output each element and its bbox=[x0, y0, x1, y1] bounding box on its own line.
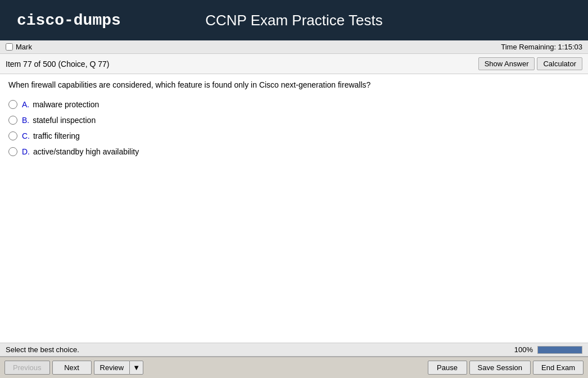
question-text: When firewall capabilities are considere… bbox=[8, 80, 580, 91]
header: cisco-dumps CCNP Exam Practice Tests bbox=[0, 0, 588, 40]
option-text: traffic filtering bbox=[33, 131, 80, 140]
option-letter: C. bbox=[22, 131, 32, 140]
review-button[interactable]: Review bbox=[94, 361, 130, 375]
mark-checkbox-area[interactable]: Mark bbox=[6, 43, 32, 51]
mark-checkbox[interactable] bbox=[6, 43, 13, 51]
option-letter: B. bbox=[22, 116, 31, 125]
mark-label[interactable]: Mark bbox=[16, 43, 32, 51]
option-radio-c[interactable] bbox=[8, 131, 17, 140]
option-text: malware protection bbox=[33, 100, 99, 109]
bottom-toolbar: Previous Next Review ▼ Pause Save Sessio… bbox=[0, 356, 588, 378]
option-letter: D. bbox=[22, 147, 32, 156]
option-row: D. active/standby high availability bbox=[8, 147, 580, 156]
show-answer-button[interactable]: Show Answer bbox=[478, 57, 535, 70]
progress-percent: 100% bbox=[514, 345, 533, 354]
option-radio-d[interactable] bbox=[8, 147, 17, 156]
option-label-d[interactable]: D. active/standby high availability bbox=[22, 147, 139, 156]
mark-bar: Mark Time Remaining: 1:15:03 bbox=[0, 40, 588, 54]
option-text: stateful inspection bbox=[33, 116, 96, 125]
option-label-c[interactable]: C. traffic filtering bbox=[22, 131, 80, 140]
question-info: Item 77 of 500 (Choice, Q 77) bbox=[6, 60, 109, 69]
progress-bar-fill bbox=[538, 347, 582, 353]
end-exam-button[interactable]: End Exam bbox=[533, 361, 584, 375]
option-radio-b[interactable] bbox=[8, 116, 17, 125]
nav-left: Previous Next Review ▼ bbox=[4, 361, 143, 375]
question-area: Item 77 of 500 (Choice, Q 77) Show Answe… bbox=[0, 54, 588, 343]
question-actions: Show Answer Calculator bbox=[478, 57, 582, 70]
option-label-a[interactable]: A. malware protection bbox=[22, 100, 99, 109]
pause-button[interactable]: Pause bbox=[428, 361, 467, 375]
progress-area: 100% bbox=[514, 345, 582, 354]
status-instruction: Select the best choice. bbox=[6, 345, 79, 354]
app-title: CCNP Exam Practice Tests bbox=[205, 12, 382, 29]
options-container: A. malware protectionB. stateful inspect… bbox=[8, 100, 580, 156]
option-label-b[interactable]: B. stateful inspection bbox=[22, 116, 96, 125]
time-remaining: Time Remaining: 1:15:03 bbox=[501, 43, 582, 51]
progress-bar-bg bbox=[537, 346, 582, 354]
review-dropdown-button[interactable]: ▼ bbox=[129, 361, 143, 375]
option-row: B. stateful inspection bbox=[8, 116, 580, 125]
option-text: active/standby high availability bbox=[33, 147, 139, 156]
review-btn-wrapper: Review ▼ bbox=[94, 361, 144, 375]
nav-right: Pause Save Session End Exam bbox=[428, 361, 584, 375]
logo: cisco-dumps bbox=[17, 12, 121, 29]
status-bar: Select the best choice. 100% bbox=[0, 343, 588, 356]
option-letter: A. bbox=[22, 100, 31, 109]
calculator-button[interactable]: Calculator bbox=[537, 57, 582, 70]
next-button[interactable]: Next bbox=[52, 361, 92, 375]
question-header: Item 77 of 500 (Choice, Q 77) Show Answe… bbox=[0, 54, 588, 74]
question-scroll[interactable]: When firewall capabilities are considere… bbox=[0, 74, 588, 343]
save-session-button[interactable]: Save Session bbox=[469, 361, 531, 375]
previous-button[interactable]: Previous bbox=[4, 361, 50, 375]
option-row: A. malware protection bbox=[8, 100, 580, 109]
option-radio-a[interactable] bbox=[8, 100, 17, 109]
option-row: C. traffic filtering bbox=[8, 131, 580, 140]
